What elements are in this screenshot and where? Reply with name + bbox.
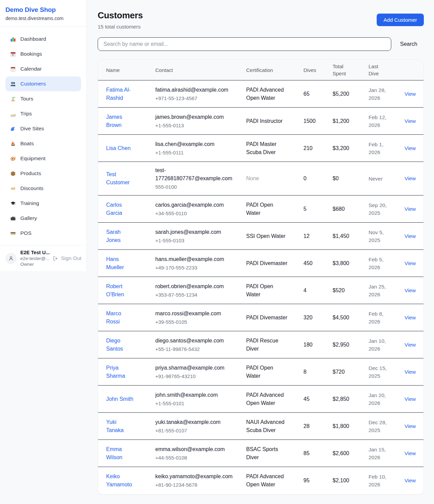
customer-email: sarah.jones@example.com (155, 228, 234, 236)
speedboat-icon (10, 111, 16, 117)
view-customer-link[interactable]: View (405, 91, 416, 97)
view-customer-link[interactable]: View (405, 450, 416, 456)
customer-name-link[interactable]: Diego Santos (106, 337, 134, 353)
column-header-name: Name (106, 67, 155, 73)
sidebar-item-bookings[interactable]: 17 Bookings (5, 46, 81, 61)
view-customer-link[interactable]: View (405, 315, 416, 320)
search-button[interactable]: Search (400, 41, 417, 47)
customer-dives: 180 (303, 342, 333, 348)
customer-name-link[interactable]: Lisa Chen (106, 144, 134, 152)
customer-total-spent: $2,600 (333, 450, 369, 456)
view-customer-link[interactable]: View (405, 175, 416, 181)
sidebar-item-customers[interactable]: Customers (5, 76, 81, 91)
customer-phone: +49-170-555-2233 (155, 264, 234, 272)
sidebar-item-training[interactable]: Training (5, 196, 81, 211)
customer-certification: PADI Divemaster (246, 314, 288, 322)
customer-total-spent: $3,200 (333, 145, 369, 151)
sidebar-item-equipment[interactable]: Equipment (5, 151, 81, 166)
customer-total-spent: $3,800 (333, 260, 369, 266)
sidebar-item-trips[interactable]: Trips (5, 106, 81, 121)
page-title: Customers (98, 10, 143, 21)
customer-dives: 450 (303, 260, 333, 266)
sidebar-item-dive-sites[interactable]: Dive Sites (5, 121, 81, 136)
sidebar-item-gallery[interactable]: Gallery (5, 211, 81, 226)
view-customer-link[interactable]: View (405, 287, 416, 293)
table-header-row: Name Contact Certification Dives Total S… (98, 60, 423, 80)
view-customer-link[interactable]: View (405, 118, 416, 124)
customer-email: hans.mueller@example.com (155, 255, 234, 263)
view-customer-link[interactable]: View (405, 145, 416, 151)
table-row: Carlos Garcia carlos.garcia@example.com+… (98, 195, 423, 223)
customer-name-link[interactable]: Test Customer (106, 170, 134, 187)
customer-dives: 210 (303, 145, 333, 151)
customer-total-spent: $4,500 (333, 315, 369, 321)
customer-count: 15 total customers (98, 24, 143, 30)
customer-phone: +55-11-99876-5432 (155, 345, 234, 353)
sailboat-icon (10, 141, 16, 147)
customer-name-link[interactable]: Carlos Garcia (106, 201, 134, 217)
user-email: e2e-tester@... (20, 256, 50, 261)
view-customer-link[interactable]: View (405, 206, 416, 212)
customer-name-link[interactable]: James Brown (106, 113, 134, 129)
sidebar-item-tours[interactable]: Tours (5, 91, 81, 106)
sidebar-item-products[interactable]: Products (5, 166, 81, 181)
customer-email: test-1772681807767@example.com (155, 166, 234, 183)
add-customer-button[interactable]: Add Customer (377, 14, 424, 26)
sidebar-item-dashboard[interactable]: Dashboard (5, 32, 81, 46)
view-customer-link[interactable]: View (405, 369, 416, 375)
avatar (5, 253, 17, 264)
customer-dives: 8 (303, 369, 333, 375)
customer-email: keiko.yamamoto@example.com (155, 472, 234, 481)
customer-name-link[interactable]: Sarah Jones (106, 228, 134, 244)
shop-domain: demo.test.divestreams.com (5, 16, 81, 21)
view-customer-link[interactable]: View (405, 478, 416, 483)
customer-name-link[interactable]: Marco Rossi (106, 310, 134, 326)
customer-dives: 5 (303, 206, 333, 212)
customer-name-link[interactable]: John Smith (106, 395, 134, 403)
sidebar-item-boats[interactable]: Boats (5, 136, 81, 151)
customer-last-dive: Dec 28, 2025 (369, 418, 390, 434)
customer-total-spent: $1,800 (333, 423, 369, 429)
sidebar-item-label: Bookings (20, 51, 42, 57)
customer-name-link[interactable]: Keiko Yamamoto (106, 472, 134, 489)
customer-name-link[interactable]: Hans Mueller (106, 255, 134, 272)
view-customer-link[interactable]: View (405, 342, 416, 348)
sign-out-button[interactable]: Sign Out (53, 255, 81, 261)
customer-name-link[interactable]: Yuki Tanaka (106, 418, 134, 434)
customer-contact: robert.obrien@example.com+353-87-555-123… (155, 282, 246, 299)
customer-dives: 65 (303, 91, 333, 97)
customer-name-link[interactable]: Priya Sharma (106, 364, 134, 380)
customer-certification: PADI Open Water (246, 364, 288, 380)
customer-certification: PADI Rescue Diver (246, 337, 288, 353)
view-customer-link[interactable]: View (405, 260, 416, 266)
customer-dives: 320 (303, 315, 333, 321)
sidebar-item-pos[interactable]: POS (5, 226, 81, 241)
tag-icon (10, 186, 16, 191)
view-customer-link[interactable]: View (405, 233, 416, 239)
search-input[interactable] (98, 37, 391, 51)
customer-name-link[interactable]: Emma Wilson (106, 445, 134, 462)
customer-phone: +1-555-0101 (155, 399, 234, 407)
customer-total-spent: $2,850 (333, 396, 369, 402)
customer-name-link[interactable]: Fatima Al-Rashid (106, 86, 134, 102)
customer-phone: +44-555-0108 (155, 454, 234, 462)
column-header-dives: Dives (303, 67, 333, 73)
table-row: Keiko Yamamoto keiko.yamamoto@example.co… (98, 467, 423, 494)
customer-contact: lisa.chen@example.com+1-555-0111 (155, 140, 246, 156)
sidebar-item-label: Discounts (20, 185, 43, 191)
customer-email: lisa.chen@example.com (155, 140, 234, 148)
customer-name-link[interactable]: Robert O'Brien (106, 282, 134, 299)
sidebar-item-calendar[interactable]: Calendar (5, 61, 81, 76)
table-row: James Brown james.brown@example.com+1-55… (98, 108, 423, 135)
customer-dives: 95 (303, 478, 333, 484)
customer-phone: +39-555-0105 (155, 318, 234, 326)
table-row: Emma Wilson emma.wilson@example.com+44-5… (98, 440, 423, 467)
sidebar-item-label: Training (20, 200, 39, 206)
view-customer-link[interactable]: View (405, 396, 416, 402)
sidebar-item-discounts[interactable]: Discounts (5, 181, 81, 196)
view-customer-link[interactable]: View (405, 423, 416, 429)
customer-dives: 0 (303, 175, 333, 182)
customer-certification: BSAC Sports Diver (246, 445, 288, 462)
customer-last-dive: Sep 20, 2025 (369, 201, 390, 217)
customer-phone: +971-55-123-4567 (155, 94, 234, 102)
